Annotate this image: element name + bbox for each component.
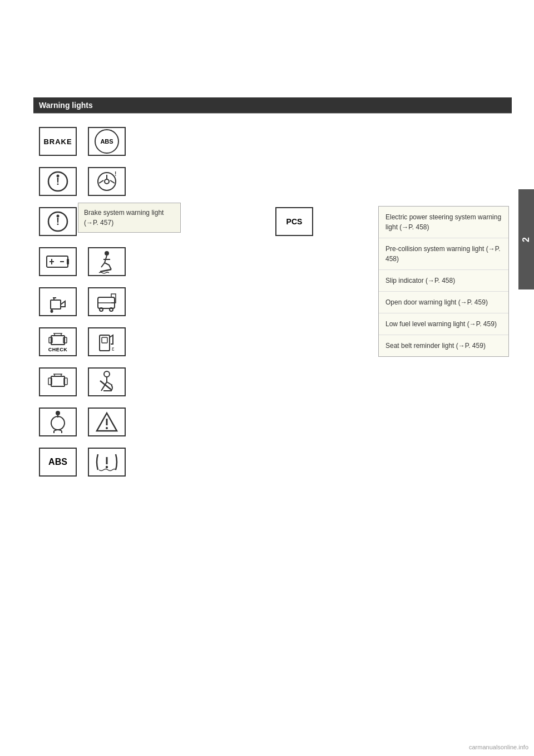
left-popup-box: Brake system warning light (→P. 457) xyxy=(78,203,181,233)
svg-line-46 xyxy=(100,381,111,390)
slip-svg xyxy=(96,249,118,274)
eps-svg: ! xyxy=(95,169,119,194)
check-engine-svg xyxy=(47,331,69,347)
check-text: CHECK xyxy=(48,347,68,352)
svg-point-11 xyxy=(57,215,60,218)
seatbelt-row xyxy=(82,363,131,401)
section-number: 2 xyxy=(521,237,531,242)
pcs-desc: Pre-collision system warning light (→P. … xyxy=(379,238,508,270)
tire-row xyxy=(82,443,131,481)
abs-circle-text: ABS xyxy=(100,138,113,145)
general-warn-icon-box xyxy=(88,408,126,436)
check-row: CHECK xyxy=(33,323,82,361)
door-row xyxy=(82,283,131,321)
oil-svg xyxy=(46,290,70,313)
svg-point-55 xyxy=(106,466,108,468)
svg-point-23 xyxy=(100,308,103,311)
airbag-row xyxy=(33,403,82,441)
eps-desc: Electric power steering system warning l… xyxy=(379,207,508,238)
warn-triangle-svg xyxy=(95,411,119,433)
svg-point-4 xyxy=(105,179,109,184)
svg-point-48 xyxy=(51,416,65,430)
fuel-svg: ε xyxy=(96,330,117,354)
abs-circle-icon-box: ABS xyxy=(88,127,126,156)
mil-svg xyxy=(46,371,70,392)
fuel-desc: Low fuel level warning light (→P. 459) xyxy=(379,313,508,335)
seatbelt-desc-text: Seat belt reminder light (→P. 459) xyxy=(385,342,486,350)
pcs-label: PCS xyxy=(286,217,303,226)
general-warn-row xyxy=(82,403,131,441)
fuel-icon-box: ε xyxy=(88,327,126,356)
svg-point-17 xyxy=(105,251,109,256)
oil-icon-box xyxy=(39,287,77,316)
brake-label: BRAKE xyxy=(43,138,72,146)
seatbelt-desc: Seat belt reminder light (→P. 459) xyxy=(379,335,508,356)
eps-desc-text: Electric power steering system warning l… xyxy=(385,213,501,231)
svg-rect-33 xyxy=(102,337,107,343)
battery-row xyxy=(33,243,82,281)
check-icon-box: CHECK xyxy=(39,327,77,356)
section-header-bar: Warning lights xyxy=(33,97,512,113)
slip-desc: Slip indicator (→P. 458) xyxy=(379,270,508,292)
svg-text:!: ! xyxy=(115,171,116,177)
tire-svg xyxy=(95,452,119,472)
svg-rect-18 xyxy=(51,300,61,309)
master-cyl-row: ! xyxy=(33,163,82,200)
svg-text:!: ! xyxy=(56,176,60,187)
svg-text:!: ! xyxy=(56,216,60,227)
svg-text:ε: ε xyxy=(112,346,115,352)
svg-line-45 xyxy=(107,382,112,385)
abs-text-label: ABS xyxy=(48,457,67,467)
row-1: BRAKE ABS xyxy=(33,122,506,160)
svg-point-47 xyxy=(56,411,60,415)
section-tab: 2 xyxy=(518,189,534,289)
eps-row: ! xyxy=(82,163,131,200)
svg-line-6 xyxy=(99,180,103,183)
svg-point-53 xyxy=(106,427,108,429)
row-7 xyxy=(33,363,506,401)
svg-point-21 xyxy=(51,310,53,313)
check-engine-icon: CHECK xyxy=(47,331,69,352)
slip-desc-text: Slip indicator (→P. 458) xyxy=(385,277,455,284)
brake-sys-row: ! Brake system warning light (→P. 457) xyxy=(33,203,270,240)
svg-line-7 xyxy=(110,180,115,183)
airbag-icon-box xyxy=(39,408,77,436)
abs-text-row: ABS xyxy=(33,443,82,481)
seatbelt-svg xyxy=(96,370,118,394)
abs-circle-icon: ABS xyxy=(95,129,119,154)
seatbelt-icon-box xyxy=(88,367,126,396)
brake-icon-box: BRAKE xyxy=(39,127,77,156)
left-popup-text: Brake system warning light (→P. 457) xyxy=(84,209,164,227)
brake-row: BRAKE xyxy=(33,122,82,160)
brake-sys-svg: ! xyxy=(47,210,69,233)
fuel-row: ε xyxy=(82,323,131,361)
airbag-svg xyxy=(46,410,70,434)
watermark-text: carmanualsonline.info xyxy=(469,744,528,750)
eps-icon-box: ! xyxy=(88,167,126,196)
brake-sys-icon-box: ! xyxy=(39,207,77,236)
watermark: carmanualsonline.info xyxy=(469,744,528,750)
svg-point-42 xyxy=(104,371,110,377)
row-9: ABS xyxy=(33,443,506,481)
row-2: ! ! xyxy=(33,163,506,200)
door-desc: Open door warning light (→P. 459) xyxy=(379,292,508,313)
header-line xyxy=(33,113,512,114)
row-8 xyxy=(33,403,506,441)
svg-rect-13 xyxy=(67,259,69,264)
door-svg xyxy=(95,289,119,314)
svg-rect-36 xyxy=(51,376,65,386)
slip-icon-box xyxy=(88,247,126,276)
pcs-icon-box: PCS xyxy=(275,207,313,236)
battery-svg xyxy=(46,253,70,270)
master-cyl-svg: ! xyxy=(47,170,69,193)
abs-text-icon-box: ABS xyxy=(39,448,77,477)
abs-circle-row: ABS xyxy=(82,122,131,160)
page-container: 2 Warning lights BRAKE ABS xyxy=(0,0,534,756)
svg-point-24 xyxy=(110,308,113,311)
mil-icon-box xyxy=(39,367,77,396)
battery-icon-box xyxy=(39,247,77,276)
section-header-text: Warning lights xyxy=(39,101,93,110)
svg-rect-26 xyxy=(51,336,65,345)
tire-icon-box xyxy=(88,448,126,477)
master-cyl-icon-box: ! xyxy=(39,167,77,196)
